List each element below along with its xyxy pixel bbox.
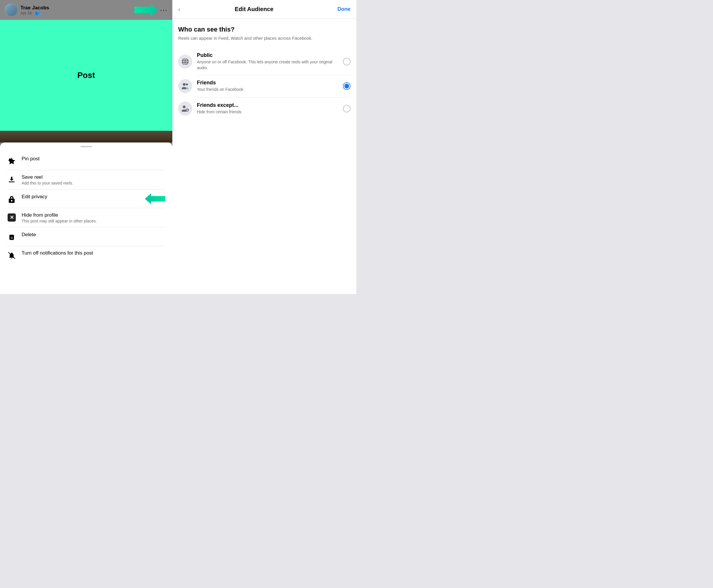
audience-option-friends-except[interactable]: Friends except... Hide from certain frie…: [178, 98, 350, 120]
right-header: ‹ Edit Audience Done: [172, 0, 356, 19]
save-reel-item[interactable]: Save reel Add this to your saved reels.: [0, 170, 172, 189]
svg-rect-8: [11, 235, 13, 235]
public-desc: Anyone on or off Facebook. This lets any…: [197, 60, 332, 70]
friends-except-desc: Hide from certain friends: [197, 109, 242, 114]
friends-except-text: Friends except... Hide from certain frie…: [197, 102, 338, 115]
friends-radio[interactable]: [343, 82, 350, 90]
annotation-arrow-left: [145, 193, 165, 204]
edit-privacy-title: Edit privacy: [22, 194, 47, 200]
pin-icon: [7, 156, 16, 166]
friends-except-radio[interactable]: [343, 105, 350, 112]
notifications-item[interactable]: Turn off notifications for this post: [0, 246, 172, 264]
hide-from-profile-subtitle: This post may still appear in other plac…: [22, 219, 97, 223]
left-panel: Trae Jacobs Apr 16 · 👥 ··· Post: [0, 0, 172, 294]
notifications-text: Turn off notifications for this post: [22, 250, 93, 256]
public-icon-wrap: [178, 55, 192, 69]
pin-post-text: Pin post: [22, 156, 39, 162]
right-content: Who can see this? Reels can appear in Fe…: [172, 19, 356, 127]
friends-group-icon: [181, 82, 189, 90]
right-panel: ‹ Edit Audience Done Who can see this? R…: [172, 0, 356, 294]
sheet-handle: [80, 146, 92, 147]
hide-from-profile-item[interactable]: ✕ Hide from profile This post may still …: [0, 208, 172, 227]
svg-point-19: [186, 84, 188, 86]
delete-text: Delete: [22, 232, 36, 238]
post-date: Apr 16: [20, 11, 32, 15]
svg-rect-3: [9, 182, 15, 183]
post-video-area: Post: [0, 20, 172, 131]
pin-post-title: Pin post: [22, 156, 39, 162]
pin-post-item[interactable]: Pin post: [0, 152, 172, 170]
hide-icon: ✕: [7, 213, 16, 222]
avatar: [5, 3, 18, 16]
friends-name: Friends: [197, 80, 338, 86]
hide-from-profile-text: Hide from profile This post may still ap…: [22, 212, 97, 223]
post-username: Trae Jacobs: [20, 5, 49, 11]
delete-item[interactable]: Delete: [0, 228, 172, 246]
who-can-see-title: Who can see this?: [178, 26, 350, 33]
more-options-button[interactable]: ···: [160, 6, 168, 14]
friends-except-icon: [181, 105, 189, 113]
post-label: Post: [77, 71, 95, 80]
save-reel-title: Save reel: [22, 174, 73, 180]
post-meta: Apr 16 · 👥: [20, 11, 49, 15]
save-reel-text: Save reel Add this to your saved reels.: [22, 174, 73, 185]
friends-icon-wrap: [178, 79, 192, 93]
save-icon: [7, 175, 16, 184]
friends-text: Friends Your friends on Facebook: [197, 80, 338, 92]
public-radio[interactable]: [343, 58, 350, 65]
edit-audience-title: Edit Audience: [183, 6, 326, 13]
friends-except-name: Friends except...: [197, 102, 338, 108]
post-header-left: Trae Jacobs Apr 16 · 👥: [5, 3, 49, 16]
edit-privacy-text: Edit privacy: [22, 194, 47, 200]
hide-from-profile-title: Hide from profile: [22, 212, 97, 218]
notifications-title: Turn off notifications for this post: [22, 250, 93, 256]
arrow-left-shape: [145, 193, 165, 204]
friends-except-icon-wrap: [178, 102, 192, 115]
friends-desc: Your friends on Facebook: [197, 87, 243, 92]
notification-off-icon: [7, 251, 16, 260]
post-image-bottom: [0, 131, 172, 143]
bottom-sheet: Pin post Save reel Add this to your save…: [0, 143, 172, 294]
arrow-right-shape: [134, 3, 158, 16]
back-button[interactable]: ‹: [178, 5, 183, 14]
svg-rect-7: [12, 201, 12, 202]
public-name: Public: [197, 52, 338, 58]
annotation-arrow-right: [134, 3, 158, 16]
delete-icon: [7, 232, 16, 242]
globe-icon: [181, 58, 189, 66]
delete-title: Delete: [22, 232, 36, 238]
audience-option-friends[interactable]: Friends Your friends on Facebook: [178, 75, 350, 97]
post-header: Trae Jacobs Apr 16 · 👥 ···: [0, 0, 172, 20]
post-privacy-icon: ·: [33, 11, 34, 15]
lock-icon: [7, 194, 16, 204]
done-button[interactable]: Done: [338, 6, 350, 12]
public-text: Public Anyone on or off Facebook. This l…: [197, 52, 338, 71]
hide-x: ✕: [9, 215, 14, 220]
svg-point-20: [183, 106, 185, 108]
who-can-see-desc: Reels can appear in Feed, Watch and othe…: [178, 35, 350, 41]
edit-privacy-item[interactable]: Edit privacy: [0, 190, 172, 208]
hide-icon-wrap: ✕: [7, 213, 16, 222]
avatar-image: [5, 3, 18, 16]
save-reel-subtitle: Add this to your saved reels.: [22, 181, 73, 185]
svg-point-18: [183, 83, 185, 86]
friends-icon: 👥: [35, 11, 40, 15]
post-user-info: Trae Jacobs Apr 16 · 👥: [20, 5, 49, 15]
audience-option-public[interactable]: Public Anyone on or off Facebook. This l…: [178, 48, 350, 75]
